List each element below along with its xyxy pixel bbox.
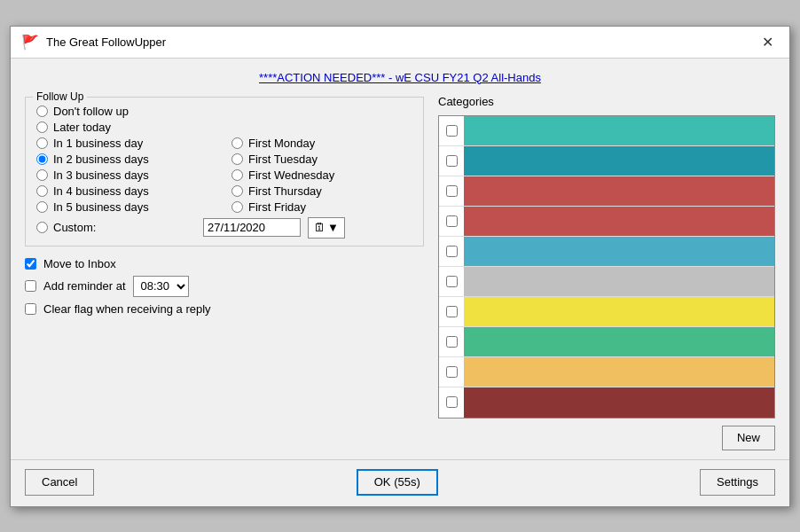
category-checkbox-cell [439,336,464,348]
categories-label: Categories [438,95,775,108]
reminder-time-select[interactable]: 08:30 [133,276,189,297]
new-button[interactable]: New [722,426,775,450]
categories-list [438,115,775,419]
dialog-body: ****ACTION NEEDED*** - wE CSU FY21 Q2 Al… [11,59,789,459]
radio-thu: First Thursday [231,184,391,198]
category-checkbox-cell [439,155,464,167]
radio-3day: In 3 business days [36,168,196,182]
radio-mon-input[interactable] [231,137,243,149]
category-checkbox-cell [439,366,464,378]
radio-fri-label[interactable]: First Friday [248,200,306,214]
radio-thu-label[interactable]: First Thursday [248,184,322,198]
subject-link[interactable]: ****ACTION NEEDED*** - wE CSU FY21 Q2 Al… [25,67,775,88]
radio-1day: In 1 business day [36,137,196,150]
settings-button[interactable]: Settings [700,469,775,496]
radio-1day-input[interactable] [36,137,48,149]
radio-dont-label[interactable]: Don't follow up [53,105,129,118]
custom-date-input[interactable] [203,218,301,237]
radio-later-label[interactable]: Later today [53,121,111,134]
ok-button[interactable]: OK (55s) [357,469,438,496]
clear-flag-checkbox[interactable] [25,303,36,315]
category-row [439,207,774,237]
category-checkbox[interactable] [446,125,458,137]
close-button[interactable]: ✕ [757,32,779,52]
radio-later: Later today [36,121,412,134]
clear-flag-label[interactable]: Clear flag when receiving a reply [43,302,211,316]
category-checkbox[interactable] [446,276,458,287]
radio-4day-input[interactable] [36,185,48,197]
cancel-button[interactable]: Cancel [25,469,94,496]
footer-left: Cancel [25,469,94,496]
radio-tue-label[interactable]: First Tuesday [248,153,318,166]
radio-row-4: In 4 business days First Thursday [36,184,412,198]
title-bar: 🚩 The Great FollowUpper ✕ [11,27,789,59]
category-row [439,387,774,418]
category-color-bar [464,387,774,418]
radio-4day: In 4 business days [36,184,196,198]
radio-wed-input[interactable] [231,169,243,181]
radio-2day-label[interactable]: In 2 business days [53,153,149,166]
radio-row-2: In 2 business days First Tuesday [36,153,412,166]
radio-wed-label[interactable]: First Wednesday [248,168,334,182]
left-panel: Follow Up Don't follow up Later today [25,95,424,450]
radio-mon: First Monday [231,137,391,150]
radio-thu-input[interactable] [231,185,243,197]
radio-1day-label[interactable]: In 1 business day [53,137,143,150]
radio-5day-label[interactable]: In 5 business days [53,200,149,214]
category-row [439,297,774,327]
radio-row-5: In 5 business days First Friday [36,200,412,214]
category-checkbox[interactable] [446,336,458,348]
category-checkbox-cell [439,246,464,257]
radio-custom-label[interactable]: Custom: [53,221,96,234]
category-checkbox[interactable] [446,246,458,257]
category-row [439,237,774,267]
radio-fri-input[interactable] [231,201,243,213]
checkboxes-section: Move to Inbox Add reminder at 08:30 Clea… [25,257,424,316]
flag-icon: 🚩 [21,34,39,51]
category-row [439,116,774,146]
category-checkbox-cell [439,306,464,317]
category-checkbox-cell [439,125,464,137]
category-checkbox[interactable] [446,155,458,167]
radio-dont-input[interactable] [36,106,48,117]
category-color-bar [464,116,774,145]
radio-tue-input[interactable] [231,153,243,165]
add-reminder-label[interactable]: Add reminder at [43,279,126,293]
radio-later-input[interactable] [36,121,48,133]
calendar-icon: 🗓 [314,221,325,234]
radio-2day-input[interactable] [36,153,48,165]
add-reminder-checkbox[interactable] [25,280,36,292]
category-checkbox[interactable] [446,215,458,227]
category-color-bar [464,267,774,296]
move-to-inbox-row: Move to Inbox [25,257,424,270]
radio-custom: Custom: [36,221,196,234]
main-content: Follow Up Don't follow up Later today [25,95,775,450]
category-row [439,327,774,357]
radio-group: Don't follow up Later today In 1 busines… [36,105,412,214]
footer: Cancel OK (55s) Settings [11,459,789,506]
radio-5day-input[interactable] [36,201,48,213]
radio-mon-label[interactable]: First Monday [248,137,315,150]
category-row [439,357,774,387]
category-checkbox[interactable] [446,306,458,317]
radio-fri: First Friday [231,200,391,214]
category-checkbox[interactable] [446,366,458,378]
move-to-inbox-checkbox[interactable] [25,258,36,270]
radio-4day-label[interactable]: In 4 business days [53,184,149,198]
radio-3day-label[interactable]: In 3 business days [53,168,149,182]
radio-custom-input[interactable] [36,222,48,233]
category-checkbox-cell [439,215,464,227]
category-row [439,176,774,207]
category-checkbox[interactable] [446,396,458,408]
add-reminder-row: Add reminder at 08:30 [25,276,424,297]
category-color-bar [464,176,774,206]
category-checkbox-cell [439,185,464,197]
title-bar-left: 🚩 The Great FollowUpper [21,34,166,51]
category-color-bar [464,357,774,387]
calendar-button[interactable]: 🗓 ▼ [308,217,345,239]
radio-3day-input[interactable] [36,169,48,181]
radio-5day: In 5 business days [36,200,196,214]
move-to-inbox-label[interactable]: Move to Inbox [43,257,116,270]
category-checkbox[interactable] [446,185,458,197]
radio-row-3: In 3 business days First Wednesday [36,168,412,182]
